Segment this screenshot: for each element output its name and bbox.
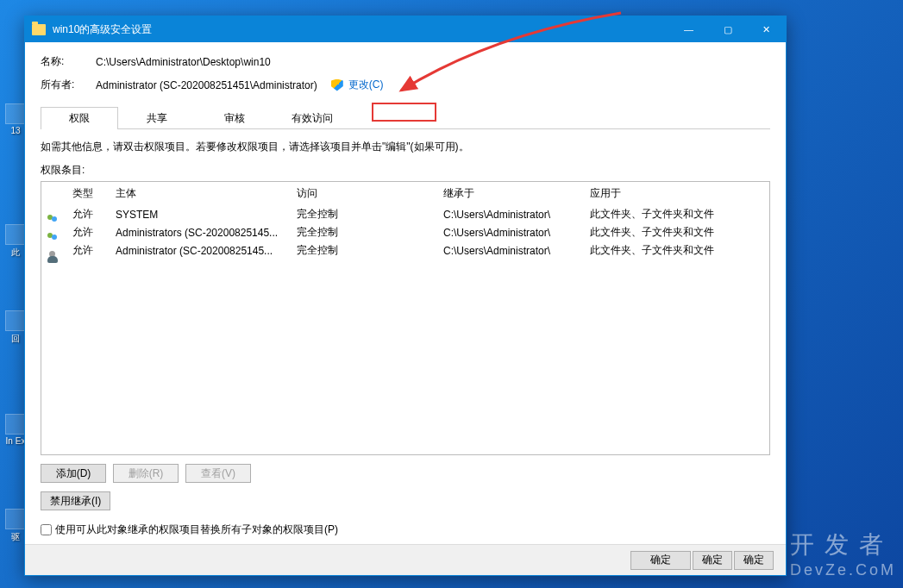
ok-button-3[interactable]: 确定 — [734, 551, 774, 570]
tabs: 权限 共享 审核 有效访问 — [41, 106, 770, 129]
permission-entries-label: 权限条目: — [41, 163, 770, 178]
cell-principal: SYSTEM — [116, 209, 297, 221]
table-row[interactable]: 允许SYSTEM完全控制C:\Users\Administrator\此文件夹、… — [41, 205, 769, 223]
table-row[interactable]: 允许Administrators (SC-20200825145...完全控制C… — [41, 223, 769, 241]
change-owner-link[interactable]: 更改(C) — [348, 78, 384, 92]
owner-value: Administrator (SC-202008251451\Administr… — [96, 79, 317, 91]
ok-button-2[interactable]: 确定 — [693, 551, 732, 570]
cell-access: 完全控制 — [297, 225, 443, 240]
maximize-button[interactable]: ▢ — [708, 16, 747, 42]
name-value: C:\Users\Administrator\Desktop\win10 — [96, 56, 271, 68]
table-row[interactable]: 允许Administrator (SC-20200825145...完全控制C:… — [41, 241, 769, 260]
cell-type: 允许 — [72, 207, 116, 222]
cell-type: 允许 — [72, 225, 116, 240]
tab-effective[interactable]: 有效访问 — [273, 107, 351, 129]
tab-audit[interactable]: 审核 — [196, 107, 273, 129]
cell-inherited: C:\Users\Administrator\ — [443, 209, 590, 221]
col-inherited[interactable]: 继承于 — [443, 185, 590, 203]
view-button[interactable]: 查看(V) — [185, 464, 251, 483]
security-settings-window: win10的高级安全设置 — ▢ ✕ 名称: C:\Users\Administ… — [24, 16, 787, 576]
disable-inherit-button[interactable]: 禁用继承(I) — [41, 491, 110, 510]
titlebar[interactable]: win10的高级安全设置 — ▢ ✕ — [25, 16, 786, 42]
col-access[interactable]: 访问 — [297, 185, 443, 203]
cell-type: 允许 — [72, 243, 116, 258]
instruction-text: 如需其他信息，请双击权限项目。若要修改权限项目，请选择该项目并单击"编辑"(如果… — [41, 140, 770, 154]
owner-label: 所有者: — [41, 78, 96, 92]
cell-principal: Administrators (SC-20200825145... — [116, 227, 297, 239]
tab-permissions[interactable]: 权限 — [41, 107, 118, 129]
replace-children-label: 使用可从此对象继承的权限项目替换所有子对象的权限项目(P) — [55, 522, 338, 537]
cell-applies: 此文件夹、子文件夹和文件 — [590, 207, 764, 222]
permission-table: 类型 主体 访问 继承于 应用于 允许SYSTEM完全控制C:\Users\Ad… — [41, 181, 770, 455]
window-title: win10的高级安全设置 — [53, 22, 152, 37]
replace-children-checkbox[interactable] — [41, 524, 52, 535]
cell-applies: 此文件夹、子文件夹和文件 — [590, 243, 764, 258]
add-button[interactable]: 添加(D) — [41, 464, 106, 483]
folder-icon — [32, 24, 46, 35]
col-principal[interactable]: 主体 — [116, 185, 297, 203]
remove-button[interactable]: 删除(R) — [113, 464, 179, 483]
cell-applies: 此文件夹、子文件夹和文件 — [590, 225, 764, 240]
minimize-button[interactable]: — — [669, 16, 708, 42]
cell-access: 完全控制 — [297, 207, 443, 222]
shield-icon — [331, 79, 343, 91]
cell-inherited: C:\Users\Administrator\ — [443, 245, 590, 257]
ok-button[interactable]: 确定 — [630, 551, 691, 570]
permission-header: 类型 主体 访问 继承于 应用于 — [41, 182, 769, 205]
watermark: 开 发 者 DevZe.CoM — [790, 529, 896, 579]
tab-share[interactable]: 共享 — [118, 107, 196, 129]
footer: 确定 确定 确定 — [25, 544, 786, 575]
col-applies[interactable]: 应用于 — [590, 185, 764, 203]
cell-inherited: C:\Users\Administrator\ — [443, 227, 590, 239]
name-label: 名称: — [41, 54, 96, 69]
col-type[interactable]: 类型 — [72, 185, 116, 203]
close-button[interactable]: ✕ — [747, 16, 786, 42]
cell-principal: Administrator (SC-20200825145... — [116, 245, 297, 257]
cell-access: 完全控制 — [297, 243, 443, 258]
